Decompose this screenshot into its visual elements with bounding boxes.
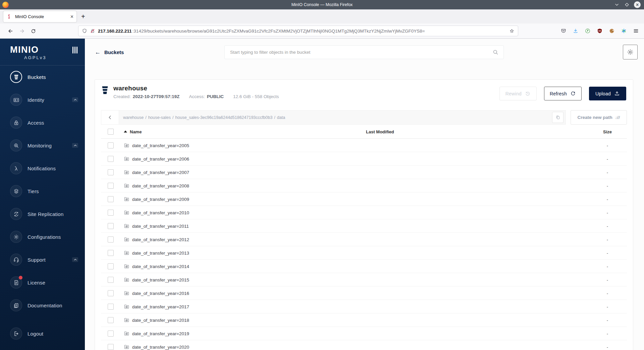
sidebar-item-documentation[interactable]: Documentation bbox=[0, 294, 85, 317]
sidebar-item-logout[interactable]: Logout bbox=[0, 322, 85, 345]
row-checkbox[interactable] bbox=[108, 304, 114, 310]
window-minimize-chevron-button[interactable] bbox=[614, 2, 620, 8]
breadcrumb-back-button[interactable] bbox=[101, 111, 119, 124]
extension-green-icon[interactable] bbox=[583, 26, 592, 36]
sidebar-collapse-icon[interactable] bbox=[72, 47, 77, 53]
row-checkbox[interactable] bbox=[108, 210, 114, 216]
row-checkbox[interactable] bbox=[108, 223, 114, 229]
table-row[interactable]: date_of_transfer_year=2007 - bbox=[101, 166, 627, 179]
url-path: :31429/buckets/warehouse/browse/aG91c2Ut… bbox=[132, 29, 506, 34]
browser-tab[interactable]: MinIO Console × bbox=[3, 11, 76, 22]
table-row[interactable]: date_of_transfer_year=2005 - bbox=[101, 139, 627, 152]
sidebar-item-site-replication[interactable]: Site Replication bbox=[0, 203, 85, 225]
bookmark-star-icon[interactable] bbox=[509, 28, 515, 34]
row-checkbox[interactable] bbox=[108, 156, 114, 162]
select-all-checkbox[interactable] bbox=[108, 129, 114, 135]
ublock-origin-icon[interactable]: UO bbox=[595, 26, 604, 36]
tab-strip: MinIO Console × + bbox=[0, 9, 644, 24]
pocket-icon[interactable] bbox=[559, 26, 568, 36]
search-input[interactable] bbox=[229, 49, 492, 55]
tracking-shield-icon[interactable] bbox=[82, 28, 87, 34]
table-row[interactable]: date_of_transfer_year=2016 - bbox=[101, 287, 627, 300]
column-header-last-modified[interactable]: Last Modified bbox=[366, 129, 394, 134]
chevron-up-icon[interactable] bbox=[72, 97, 78, 102]
table-row[interactable]: date_of_transfer_year=2020 - bbox=[101, 340, 627, 350]
breadcrumb-segment[interactable]: house_sales-3ec96c19a6244d5186247193cccf… bbox=[175, 115, 273, 120]
upload-button[interactable]: Upload bbox=[589, 87, 626, 100]
breadcrumb-segment[interactable]: house-sales bbox=[148, 115, 171, 120]
bucket-settings-button[interactable] bbox=[623, 45, 638, 59]
breadcrumb-segment[interactable]: data bbox=[277, 115, 285, 120]
sidebar-item-monitoring[interactable]: Monitoring bbox=[0, 134, 85, 157]
search-magnifier-icon bbox=[492, 49, 499, 55]
folder-icon bbox=[124, 344, 129, 350]
row-checkbox[interactable] bbox=[108, 277, 114, 283]
sidebar-item-identity[interactable]: Identity bbox=[0, 88, 85, 111]
page-title: Buckets bbox=[104, 49, 124, 55]
sidebar-item-configurations[interactable]: Configurations bbox=[0, 225, 85, 248]
back-to-buckets[interactable]: ← Buckets bbox=[95, 49, 124, 55]
row-checkbox[interactable] bbox=[108, 183, 114, 189]
row-checkbox[interactable] bbox=[108, 317, 114, 323]
lock-icon bbox=[10, 117, 22, 129]
row-checkbox[interactable] bbox=[108, 196, 114, 202]
table-row[interactable]: date_of_transfer_year=2014 - bbox=[101, 260, 627, 273]
window-maximize-diamond-button[interactable] bbox=[624, 2, 630, 8]
sidebar-item-notifications[interactable]: Notifications bbox=[0, 157, 85, 180]
table-row[interactable]: date_of_transfer_year=2011 - bbox=[101, 219, 627, 233]
back-arrow-icon: ← bbox=[95, 49, 101, 55]
table-row[interactable]: date_of_transfer_year=2012 - bbox=[101, 233, 627, 246]
table-row[interactable]: date_of_transfer_year=2017 - bbox=[101, 300, 627, 313]
row-checkbox[interactable] bbox=[108, 236, 114, 243]
table-row[interactable]: date_of_transfer_year=2013 - bbox=[101, 246, 627, 260]
bucket-icon bbox=[10, 71, 22, 83]
row-checkbox[interactable] bbox=[108, 290, 114, 296]
sidebar-item-tiers[interactable]: Tiers bbox=[0, 180, 85, 203]
sort-ascending-icon[interactable] bbox=[124, 131, 127, 133]
row-checkbox[interactable] bbox=[108, 331, 114, 337]
breadcrumb: warehouse/house-sales/house_sales-3ec96c… bbox=[119, 111, 552, 124]
new-tab-button[interactable]: + bbox=[81, 13, 85, 20]
insecure-lock-icon[interactable] bbox=[90, 28, 95, 34]
table-row[interactable]: date_of_transfer_year=2008 - bbox=[101, 179, 627, 192]
chevron-up-icon[interactable] bbox=[72, 143, 78, 148]
forward-arrow-icon[interactable] bbox=[16, 28, 28, 34]
sidebar-item-support[interactable]: Support bbox=[0, 248, 85, 271]
chevron-up-icon[interactable] bbox=[72, 257, 78, 262]
row-checkbox[interactable] bbox=[108, 250, 114, 256]
row-checkbox[interactable] bbox=[108, 263, 114, 269]
reload-icon[interactable] bbox=[28, 28, 39, 34]
sidebar-item-buckets[interactable]: Buckets bbox=[0, 65, 85, 88]
new-path-icon: :// bbox=[615, 115, 621, 120]
gear-icon bbox=[627, 48, 634, 56]
row-checkbox[interactable] bbox=[108, 142, 114, 148]
table-row[interactable]: date_of_transfer_year=2015 - bbox=[101, 273, 627, 287]
row-checkbox[interactable] bbox=[108, 169, 114, 175]
table-row[interactable]: date_of_transfer_year=2009 - bbox=[101, 192, 627, 206]
url-bar[interactable]: 217.160.222.211 :31429/buckets/warehouse… bbox=[78, 26, 518, 36]
bucket-browser-card: warehouse Created:2022-10-27T09:57:19Z A… bbox=[95, 79, 633, 350]
column-header-name[interactable]: Name bbox=[130, 129, 142, 134]
downloads-icon[interactable] bbox=[571, 26, 580, 36]
sidebar-item-license[interactable]: License bbox=[0, 271, 85, 294]
rewind-button[interactable]: Rewind bbox=[499, 87, 537, 100]
colorful-asterisk-extension-icon[interactable] bbox=[619, 26, 629, 36]
breadcrumb-segment[interactable]: warehouse bbox=[123, 115, 144, 120]
object-list: date_of_transfer_year=2005 - date_of_tra… bbox=[95, 139, 633, 350]
folder-icon bbox=[124, 263, 129, 269]
row-checkbox[interactable] bbox=[108, 344, 114, 350]
create-new-path-button[interactable]: Create new path :// bbox=[571, 110, 627, 125]
copy-path-button[interactable] bbox=[552, 112, 564, 123]
hamburger-menu-icon[interactable] bbox=[631, 26, 641, 36]
table-row[interactable]: date_of_transfer_year=2010 - bbox=[101, 206, 627, 219]
table-row[interactable]: date_of_transfer_year=2019 - bbox=[101, 327, 627, 340]
tab-close-icon[interactable]: × bbox=[70, 14, 73, 19]
window-close-button[interactable]: × bbox=[634, 1, 641, 8]
table-row[interactable]: date_of_transfer_year=2018 - bbox=[101, 313, 627, 327]
refresh-button[interactable]: Refresh bbox=[544, 87, 582, 100]
back-arrow-icon[interactable] bbox=[5, 28, 16, 34]
sidebar-item-access[interactable]: Access bbox=[0, 111, 85, 134]
table-row[interactable]: date_of_transfer_year=2006 - bbox=[101, 152, 627, 166]
cookie-extension-icon[interactable] bbox=[607, 26, 616, 36]
column-header-size[interactable]: Size bbox=[581, 129, 634, 134]
